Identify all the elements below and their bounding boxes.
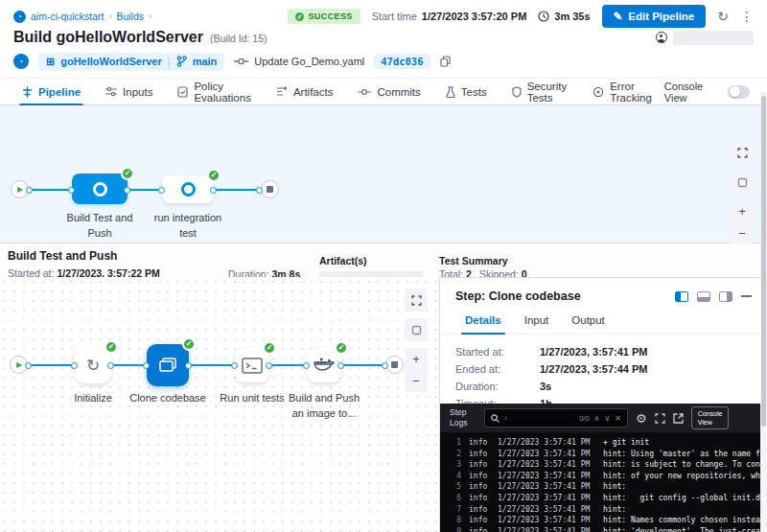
initialize-icon: ↻ — [86, 356, 100, 376]
minimize-panel-icon[interactable] — [741, 295, 752, 297]
step-node-build-and-push[interactable]: ✓ — [307, 348, 341, 382]
refresh-button[interactable]: ↻ — [717, 10, 729, 23]
tab-policy-evaluations[interactable]: Policy Evaluations — [165, 79, 263, 104]
search-next-icon[interactable]: ∨ — [604, 414, 610, 423]
page-scrollbar[interactable] — [760, 92, 767, 532]
scrollbar-thumb[interactable] — [761, 96, 766, 427]
more-options-button[interactable]: ⋮ — [740, 10, 754, 23]
step-success-badge: ✓ — [182, 337, 196, 351]
breadcrumb-builds[interactable]: Builds — [116, 11, 144, 22]
module-icon: ◔ — [13, 11, 26, 23]
stage-node-run-integration-test[interactable]: ✓ — [162, 175, 214, 203]
step-tab-input[interactable]: Input — [515, 312, 559, 334]
step-node-run-unit-tests[interactable]: ✓ — [235, 348, 269, 382]
log-open-external-icon[interactable] — [673, 413, 684, 424]
log-search-input[interactable]: › — [504, 413, 574, 423]
repo-branch-chip[interactable]: ⊞ goHelloWorldServer | main — [38, 53, 224, 71]
step-success-badge: ✓ — [105, 340, 118, 354]
step-details-panel: Step: Clone codebase Details Input Outpu… — [439, 277, 767, 532]
search-close-icon[interactable]: ✕ — [615, 414, 621, 423]
console-view-button[interactable]: Console View — [691, 406, 730, 429]
clone-codebase-icon — [157, 356, 178, 375]
step-ended-at: 1/27/2023, 3:57:44 PM — [540, 363, 648, 375]
copy-icon[interactable] — [440, 56, 451, 67]
terminal-icon — [242, 358, 263, 374]
console-view-toggle[interactable] — [728, 85, 750, 99]
stage-connector — [28, 189, 263, 191]
ci-stage-icon — [181, 182, 196, 197]
step-success-badge: ✓ — [335, 341, 348, 355]
tab-error-tracking[interactable]: Error Tracking — [580, 79, 664, 104]
step-panel-title: Step: Clone codebase — [455, 289, 581, 303]
step-node-clone-codebase[interactable]: ✓ — [147, 344, 189, 386]
commit-icon — [234, 57, 248, 66]
step-node-initialize[interactable]: ↻ ✓ — [75, 347, 111, 383]
canvas-fit-button[interactable] — [731, 171, 754, 194]
policy-icon — [177, 86, 188, 98]
success-check-icon: ✓ — [295, 12, 304, 21]
commit-message[interactable]: Update Go_Demo.yaml — [254, 56, 364, 67]
canvas-zoom-in-button[interactable]: + — [405, 348, 428, 370]
ci-module-icon: ◔ — [13, 54, 29, 69]
edit-pipeline-button[interactable]: ✎ Edit Pipeline — [602, 5, 707, 28]
play-icon: ▶ — [16, 361, 22, 369]
log-settings-gear-icon[interactable]: ⚙ — [636, 411, 647, 426]
error-tracking-icon — [593, 86, 604, 98]
log-search-box[interactable]: › 0/0 ∧ ∨ ✕ — [484, 408, 628, 428]
log-line: 6info1/27/2023 3:57:41 PMhint: git confi… — [450, 493, 767, 504]
layout-split-view-icon[interactable] — [675, 291, 688, 302]
user-icon — [656, 32, 667, 43]
step-tab-details[interactable]: Details — [455, 312, 511, 334]
pipeline-end-node — [261, 180, 279, 198]
log-line: 3info1/27/2023 3:57:41 PMhint: is subjec… — [450, 459, 767, 471]
canvas-fullscreen-button[interactable] — [731, 141, 754, 164]
log-line: 8info1/27/2023 3:57:41 PMhint: Names com… — [450, 515, 767, 526]
elapsed-duration: 3m 35s — [538, 11, 590, 22]
detail-row: Started at:1/27/2023, 3:57:41 PM — [455, 346, 752, 358]
tab-pipeline[interactable]: Pipeline — [10, 79, 93, 104]
log-line: 9info1/27/2023 3:57:41 PMhint: 'developm… — [450, 526, 767, 532]
stop-icon — [267, 186, 273, 193]
stop-icon — [391, 361, 398, 368]
tab-commits[interactable]: Commits — [345, 79, 432, 104]
commit-hash[interactable]: 47dc036 — [374, 54, 430, 69]
stage-node-build-test-push[interactable]: ✓ — [72, 173, 128, 204]
canvas-fit-button[interactable] — [405, 318, 428, 341]
canvas-zoom-out-button[interactable]: − — [731, 222, 754, 244]
tab-artifacts[interactable]: Artifacts — [264, 79, 346, 104]
log-line: 1info1/27/2023 3:57:41 PM+ git init — [450, 437, 767, 449]
step-label[interactable]: Build and Push an image to... — [271, 391, 377, 422]
branch-icon — [176, 56, 187, 67]
breadcrumb-separator: › — [108, 12, 111, 21]
search-prev-icon[interactable]: ∧ — [594, 414, 600, 423]
tab-security-tests[interactable]: Security Tests — [500, 79, 581, 104]
step-label[interactable]: Clone codebase — [120, 391, 216, 406]
execution-graph-canvas[interactable]: ▶ ↻ ✓ ✓ ✓ ✓ Initialize Clone codebase — [0, 277, 439, 532]
repo-name: goHelloWorldServer — [60, 56, 162, 67]
branch-name: main — [193, 56, 218, 67]
stage-label[interactable]: run integration test — [135, 211, 241, 242]
tab-tests[interactable]: Tests — [433, 79, 500, 104]
log-fullscreen-icon[interactable] — [655, 413, 665, 424]
canvas-fullscreen-button[interactable] — [405, 289, 428, 312]
stage-success-badge: ✓ — [121, 167, 134, 180]
breadcrumb-project[interactable]: aim-ci-quickstart — [31, 11, 104, 22]
console-view-label: Console View — [664, 81, 720, 104]
step-logs-title: Step Logs — [450, 407, 476, 428]
tests-icon — [446, 86, 455, 98]
status-badge: ✓ SUCCESS — [288, 9, 360, 24]
log-line: 5info1/27/2023 3:57:41 PMhint: — [450, 481, 767, 493]
tab-inputs[interactable]: Inputs — [93, 79, 165, 104]
canvas-zoom-out-button[interactable]: − — [405, 370, 428, 392]
build-id: (Build Id: 15) — [210, 33, 267, 44]
search-match-counter: 0/0 — [579, 414, 589, 423]
page-header: ◔ aim-ci-quickstart › Builds › ✓ SUCCESS… — [0, 0, 767, 71]
stage-graph-canvas[interactable]: ▶ ✓ ✓ Build Test and Push run integratio… — [0, 105, 767, 243]
step-tab-output[interactable]: Output — [562, 312, 615, 334]
layout-bottom-view-icon[interactable] — [697, 291, 710, 302]
shield-icon — [512, 86, 522, 98]
layout-right-view-icon[interactable] — [719, 291, 732, 302]
canvas-zoom-in-button[interactable]: + — [731, 200, 754, 222]
inputs-icon — [105, 86, 117, 97]
log-output[interactable]: 1info1/27/2023 3:57:41 PM+ git init 2inf… — [440, 432, 767, 532]
